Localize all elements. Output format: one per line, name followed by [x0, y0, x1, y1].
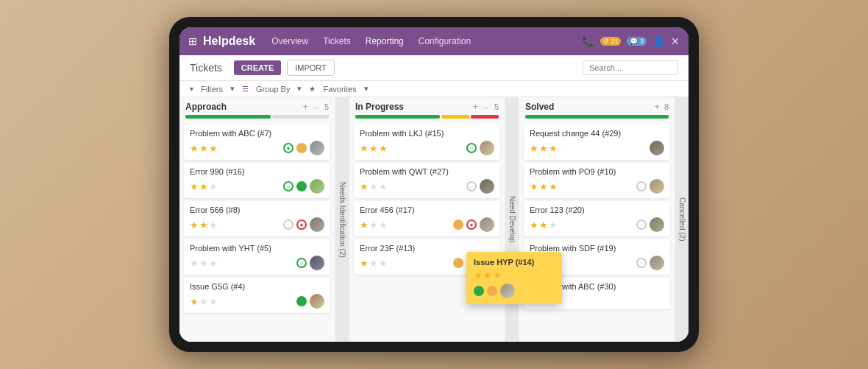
nav-reporting[interactable]: Reporting	[363, 35, 407, 48]
card-title: Error 990 (#16)	[190, 167, 324, 176]
card-title: Request change 44 (#29)	[530, 129, 664, 138]
status-dot-green	[474, 286, 484, 296]
create-button[interactable]: CREATE	[234, 60, 281, 75]
chat-badge[interactable]: 💬 3	[627, 37, 647, 46]
avatar	[310, 256, 324, 270]
star-3: ★	[549, 181, 558, 192]
nav-configuration[interactable]: Configuration	[416, 35, 474, 48]
col-title-approach: Approach	[185, 102, 227, 112]
ps-yellow	[441, 115, 469, 119]
stars: ★ ★ ★	[190, 181, 218, 192]
status-dot: ○	[636, 258, 647, 268]
vertical-col-needs-id[interactable]: Needs Identification (2)	[335, 97, 349, 342]
card-footer: ★ ★ ★ ○	[190, 256, 324, 270]
stars: ★ ★ ★	[360, 143, 388, 154]
nav-tickets[interactable]: Tickets	[320, 35, 354, 48]
status-dot2	[296, 181, 307, 191]
group-by-button[interactable]: Group By	[256, 85, 290, 94]
kanban-col-solved: Solved + 8 Request change 44 (#29)	[519, 97, 675, 342]
card-title: Issue G5G (#4)	[190, 282, 324, 291]
star-2: ★	[199, 181, 208, 192]
card-e456[interactable]: Error 456 (#17) ★ ★ ★ ●	[354, 201, 500, 236]
card-footer: ★ ★ ★ ○	[360, 141, 494, 155]
star-1: ★	[360, 143, 369, 154]
status-dot: ○	[283, 219, 294, 230]
vertical-col-need-develop[interactable]: Need Develop	[505, 97, 519, 342]
star-2: ★	[369, 143, 378, 154]
card-title: Problem with LKJ (#15)	[360, 129, 494, 138]
favorites-button[interactable]: Favorites	[323, 85, 356, 94]
col-count-solved: 8	[664, 102, 669, 111]
col-collapse-inprogress[interactable]: –	[483, 102, 490, 111]
filter-icon: ▾	[190, 85, 193, 93]
stars: ★ ★ ★	[190, 143, 218, 154]
star-2: ★	[199, 296, 208, 307]
card-e566[interactable]: Error 566 (#8) ★ ★ ★ ○ ●	[184, 201, 330, 236]
nav-links: Overview Tickets Reporting Configuration	[268, 35, 582, 48]
card-title: Problem with QWT (#27)	[360, 167, 494, 176]
star-1: ★	[360, 258, 369, 269]
kanban-board: Approach + – 5 Problem with ABC (#	[179, 97, 689, 342]
col-add-solved[interactable]: +	[655, 102, 660, 112]
filter-bar: ▾ Filters ▾ ☰ Group By ▾ ★ Favorites ▾	[179, 81, 689, 97]
card-footer: ★ ★ ★ ○	[360, 179, 494, 194]
star-2: ★	[539, 181, 548, 192]
avatar	[480, 179, 494, 194]
card-lkj15[interactable]: Problem with LKJ (#15) ★ ★ ★ ○	[354, 124, 500, 160]
hover-card-hyp14[interactable]: Issue HYP (#14) ★ ★ ★	[466, 252, 562, 304]
col-count-approach: 5	[324, 102, 329, 111]
card-e123[interactable]: Error 123 (#20) ★ ★ ★ ○	[524, 201, 670, 236]
stars: ★ ★ ★	[190, 258, 218, 269]
col-add-inprogress[interactable]: +	[473, 102, 478, 112]
card-qwt27[interactable]: Problem with QWT (#27) ★ ★ ★ ○	[354, 163, 500, 198]
card-e990[interactable]: Error 990 (#16) ★ ★ ★ ○	[184, 163, 330, 198]
card-meta: ○	[296, 256, 324, 270]
brand-name: Helpdesk	[203, 35, 255, 48]
clock-badge[interactable]: ↺ 21	[600, 37, 622, 46]
card-rc44[interactable]: Request change 44 (#29) ★ ★ ★	[524, 124, 670, 160]
status-dot	[453, 219, 463, 230]
card-meta: ○	[636, 217, 664, 232]
toolbar-left: Tickets CREATE IMPORT	[190, 60, 335, 76]
status-dot2: ●	[296, 219, 307, 230]
star-3: ★	[549, 143, 558, 154]
star-2: ★	[199, 143, 208, 154]
person-icon[interactable]: 👤	[652, 35, 665, 47]
nav-overview[interactable]: Overview	[268, 35, 311, 48]
star-3: ★	[493, 270, 502, 281]
hover-card-stars: ★ ★ ★	[474, 270, 555, 281]
vertical-col-cancelled[interactable]: Cancelled (2)	[675, 97, 689, 342]
star-3: ★	[209, 143, 218, 154]
card-po9[interactable]: Problem with PO9 (#10) ★ ★ ★ ○	[524, 163, 670, 198]
status-dot-green: ●	[283, 143, 294, 153]
col-title-inprogress: In Progress	[355, 102, 404, 112]
status-dot	[296, 296, 307, 306]
import-button[interactable]: IMPORT	[287, 60, 335, 76]
card-yht5[interactable]: Problem with YHT (#5) ★ ★ ★ ○	[184, 239, 330, 275]
card-meta: ●	[283, 141, 324, 155]
star-1: ★	[190, 258, 199, 269]
card-title: Error 456 (#17)	[360, 205, 494, 214]
star-3: ★	[379, 143, 388, 154]
col-title-solved: Solved	[525, 102, 554, 112]
card-g5g4[interactable]: Issue G5G (#4) ★ ★ ★	[184, 278, 330, 313]
grid-icon[interactable]: ⊞	[188, 35, 197, 47]
star-1: ★	[190, 143, 199, 154]
search-input[interactable]	[583, 60, 678, 75]
stars: ★ ★ ★	[530, 219, 558, 231]
col-collapse-approach[interactable]: –	[313, 102, 320, 111]
hover-card-title: Issue HYP (#14)	[474, 258, 555, 267]
tablet-device: ⊞ Helpdesk Overview Tickets Reporting Co…	[169, 17, 699, 352]
card-meta: ○	[636, 179, 664, 194]
avatar	[480, 141, 494, 155]
filters-button[interactable]: Filters	[201, 85, 223, 94]
close-icon[interactable]: ✕	[671, 35, 680, 47]
filter-separator: ▾	[230, 84, 235, 94]
col-actions-approach: + – 5	[303, 102, 329, 112]
card-abc7[interactable]: Problem with ABC (#7) ★ ★ ★ ●	[184, 124, 330, 160]
col-add-approach[interactable]: +	[303, 102, 308, 112]
stars: ★ ★ ★	[360, 219, 388, 231]
card-footer: ★ ★ ★ ○	[530, 179, 664, 194]
phone-icon[interactable]: 📞	[582, 35, 594, 47]
avatar	[480, 217, 494, 232]
